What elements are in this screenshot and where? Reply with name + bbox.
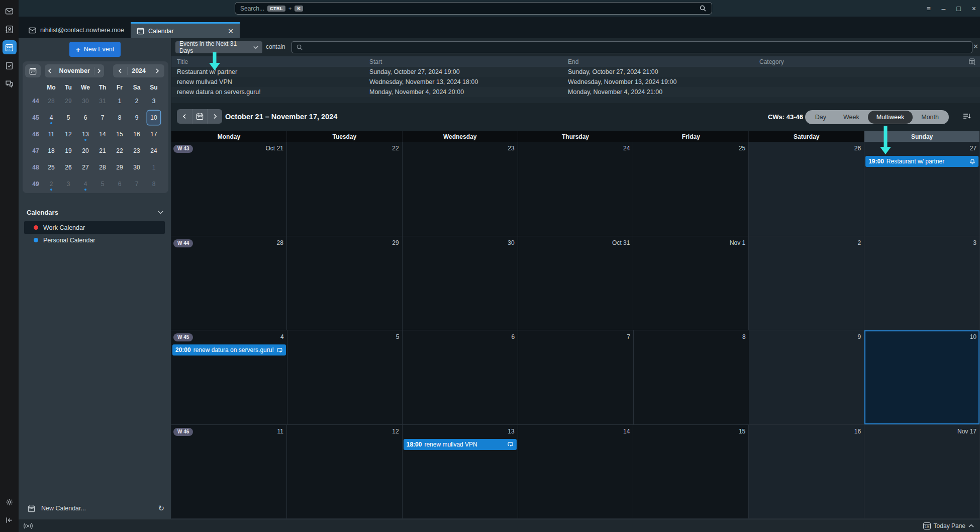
tab-calendar[interactable]: Calendar ✕ bbox=[131, 22, 240, 38]
previous-period-button[interactable] bbox=[177, 109, 192, 124]
calendar-day-cell[interactable]: W 45420:00renew datura on servers.guru! bbox=[171, 330, 287, 425]
mini-month-day[interactable]: 2 bbox=[43, 177, 60, 191]
calendar-list-item[interactable]: Personal Calendar bbox=[24, 234, 165, 246]
calendar-day-cell[interactable]: 6 bbox=[403, 330, 518, 425]
previous-year-icon[interactable] bbox=[113, 64, 127, 77]
mini-month-day[interactable]: 7 bbox=[128, 177, 145, 191]
event-chip[interactable]: 18:00renew mullvad VPN bbox=[404, 439, 517, 450]
calendar-day-cell[interactable]: 23 bbox=[403, 142, 518, 236]
new-calendar-button[interactable]: New Calendar... bbox=[41, 505, 86, 512]
calendar-day-cell[interactable]: 7 bbox=[518, 330, 634, 425]
mini-month-day[interactable]: 24 bbox=[145, 144, 162, 158]
global-search-input[interactable]: Search... CTRL + K bbox=[235, 2, 712, 15]
calendar-day-cell[interactable]: 5 bbox=[287, 330, 403, 425]
mini-month-day[interactable]: 29 bbox=[60, 94, 77, 108]
mini-month-day[interactable]: 26 bbox=[60, 160, 77, 174]
close-filter-icon[interactable]: ✕ bbox=[973, 43, 978, 50]
today-button[interactable] bbox=[192, 109, 207, 124]
mini-month-day[interactable]: 8 bbox=[111, 111, 128, 125]
weekday-header[interactable]: Wednesday bbox=[403, 131, 518, 142]
filter-search-input[interactable] bbox=[291, 41, 972, 53]
next-period-button[interactable] bbox=[207, 109, 222, 124]
mini-month-day[interactable]: 5 bbox=[94, 177, 111, 191]
view-tab-month[interactable]: Month bbox=[913, 111, 947, 123]
weekday-header[interactable]: Thursday bbox=[518, 131, 634, 142]
maximize-icon[interactable]: □ bbox=[956, 5, 960, 12]
mail-space-icon[interactable] bbox=[3, 4, 17, 18]
mini-month-day[interactable]: 17 bbox=[145, 127, 162, 141]
calendar-list-item[interactable]: Work Calendar bbox=[24, 221, 165, 234]
calendar-day-cell[interactable]: 3 bbox=[864, 236, 980, 331]
calendar-day-cell[interactable]: 14 bbox=[518, 425, 634, 519]
mini-month-day[interactable]: 22 bbox=[111, 144, 128, 158]
event-list-row[interactable]: Restaurant w/ partnerSunday, October 27,… bbox=[171, 67, 980, 77]
view-tab-day[interactable]: Day bbox=[807, 111, 835, 123]
settings-gear-icon[interactable] bbox=[3, 495, 17, 509]
calendar-day-cell[interactable]: W 4428 bbox=[171, 236, 287, 331]
mini-month-day[interactable]: 31 bbox=[94, 94, 111, 108]
calendar-day-cell[interactable]: 15 bbox=[633, 425, 749, 519]
mini-month-day[interactable]: 27 bbox=[77, 160, 94, 174]
mini-month-day[interactable]: 8 bbox=[145, 177, 162, 191]
sync-calendars-icon[interactable]: ↻ bbox=[158, 504, 164, 513]
mini-month-day[interactable]: 30 bbox=[128, 160, 145, 174]
mini-month-day[interactable]: 18 bbox=[43, 144, 60, 158]
mini-month-day[interactable]: 16 bbox=[128, 127, 145, 141]
previous-month-icon[interactable] bbox=[45, 64, 54, 77]
event-chip[interactable]: 19:00Restaurant w/ partner bbox=[865, 156, 978, 167]
address-book-space-icon[interactable] bbox=[3, 22, 17, 36]
calendar-day-cell[interactable]: Nov 1 bbox=[633, 236, 749, 331]
view-tab-week[interactable]: Week bbox=[835, 111, 868, 123]
mini-month-day[interactable]: 20 bbox=[77, 144, 94, 158]
next-month-icon[interactable] bbox=[94, 64, 104, 77]
calendar-space-icon[interactable] bbox=[3, 40, 17, 54]
calendar-day-cell[interactable]: 2 bbox=[749, 236, 864, 331]
event-list-row[interactable]: renew mullvad VPNWednesday, November 13,… bbox=[171, 77, 980, 87]
event-list-column-header[interactable]: Category bbox=[759, 58, 960, 65]
mini-month-day[interactable]: 3 bbox=[145, 94, 162, 108]
close-window-icon[interactable]: × bbox=[972, 5, 976, 12]
calendar-day-cell[interactable]: 9 bbox=[749, 330, 865, 425]
mini-month-day[interactable]: 30 bbox=[77, 94, 94, 108]
calendar-day-cell[interactable]: 10 bbox=[864, 330, 980, 425]
weekday-header[interactable]: Monday bbox=[171, 131, 287, 142]
mini-month-day[interactable]: 14 bbox=[94, 127, 111, 141]
mini-month-day[interactable]: 28 bbox=[43, 94, 60, 108]
calendar-day-cell[interactable]: 29 bbox=[287, 236, 403, 331]
calendar-day-cell[interactable]: 2719:00Restaurant w/ partner bbox=[864, 142, 980, 236]
calendar-day-cell[interactable]: 26 bbox=[749, 142, 864, 236]
calendar-day-cell[interactable]: W 4611 bbox=[171, 425, 287, 519]
mini-month-day[interactable]: 6 bbox=[77, 111, 94, 125]
mini-month-day[interactable]: 15 bbox=[111, 127, 128, 141]
calendar-day-cell[interactable]: 8 bbox=[634, 330, 749, 425]
event-list-column-header[interactable]: Title bbox=[177, 58, 369, 65]
mini-month-day[interactable]: 25 bbox=[43, 160, 60, 174]
event-chip[interactable]: 20:00renew datura on servers.guru! bbox=[172, 344, 286, 356]
mini-month-day[interactable]: 1 bbox=[111, 94, 128, 108]
tasks-space-icon[interactable] bbox=[3, 58, 17, 72]
today-pane-toggle[interactable]: 19 Today Pane bbox=[923, 522, 974, 529]
mini-month-day[interactable]: 21 bbox=[94, 144, 111, 158]
weekday-header[interactable]: Sunday bbox=[864, 131, 980, 142]
mini-calendar-icon-button[interactable] bbox=[25, 64, 41, 77]
mini-month-day[interactable]: 6 bbox=[111, 177, 128, 191]
view-tab-multiweek[interactable]: Multiweek bbox=[868, 111, 913, 124]
calendar-day-cell[interactable]: 25 bbox=[633, 142, 749, 236]
calendar-day-cell[interactable]: 1318:00renew mullvad VPN bbox=[403, 425, 518, 519]
mini-month-day[interactable]: 2 bbox=[128, 94, 145, 108]
mini-month-day[interactable]: 10 bbox=[145, 111, 162, 125]
calendar-day-cell[interactable]: W 43Oct 21 bbox=[171, 142, 287, 236]
event-list-column-header[interactable]: End bbox=[568, 58, 759, 65]
event-list-column-header[interactable]: Start bbox=[369, 58, 568, 65]
weekday-header[interactable]: Saturday bbox=[749, 131, 864, 142]
mini-month-day[interactable]: 23 bbox=[128, 144, 145, 158]
mini-month-day[interactable]: 4 bbox=[77, 177, 94, 191]
calendar-day-cell[interactable]: 24 bbox=[518, 142, 634, 236]
next-year-icon[interactable] bbox=[150, 64, 164, 77]
weekday-header[interactable]: Friday bbox=[633, 131, 749, 142]
mini-month-day[interactable]: 5 bbox=[60, 111, 77, 125]
calendar-day-cell[interactable]: 16 bbox=[749, 425, 864, 519]
column-picker-icon[interactable] bbox=[969, 58, 976, 65]
calendar-day-cell[interactable]: Oct 31 bbox=[518, 236, 634, 331]
calendar-day-cell[interactable]: 22 bbox=[287, 142, 403, 236]
